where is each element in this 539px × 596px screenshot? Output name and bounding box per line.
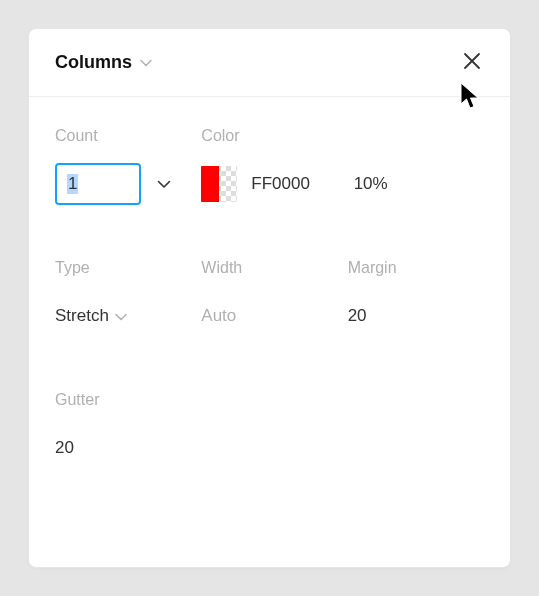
gutter-input[interactable]: 20	[55, 427, 191, 469]
panel-header: Columns	[29, 29, 510, 97]
count-label: Count	[55, 127, 191, 145]
color-opacity-value: 10%	[354, 174, 388, 194]
margin-input[interactable]: 20	[348, 295, 484, 337]
color-swatch-solid	[201, 166, 219, 202]
close-button[interactable]	[458, 47, 486, 78]
color-field: Color FF0000	[201, 127, 337, 205]
count-input[interactable]: 1	[55, 163, 141, 205]
count-field: Count 1	[55, 127, 191, 205]
chevron-down-icon	[140, 59, 152, 67]
chevron-down-icon	[115, 306, 127, 326]
panel-title-dropdown[interactable]: Columns	[55, 52, 152, 73]
color-hex-value: FF0000	[251, 174, 310, 194]
margin-field: Margin 20	[348, 259, 484, 337]
close-icon	[462, 51, 482, 74]
chevron-down-icon	[157, 175, 171, 193]
type-value: Stretch	[55, 306, 109, 326]
gutter-value: 20	[55, 438, 74, 458]
gutter-label: Gutter	[55, 391, 191, 409]
count-dropdown-button[interactable]	[153, 171, 175, 197]
color-swatch	[201, 166, 237, 202]
panel-title: Columns	[55, 52, 132, 73]
margin-label: Margin	[348, 259, 484, 277]
color-opacity-spacer	[348, 127, 484, 145]
width-value: Auto	[201, 295, 337, 337]
type-dropdown[interactable]: Stretch	[55, 306, 127, 326]
width-label: Width	[201, 259, 337, 277]
color-opacity-field: 10%	[348, 127, 484, 205]
margin-value: 20	[348, 306, 367, 326]
color-picker[interactable]: FF0000	[201, 163, 337, 205]
type-field: Type Stretch	[55, 259, 191, 337]
columns-panel: Columns Count 1	[28, 28, 511, 568]
color-opacity-input[interactable]: 10%	[348, 163, 484, 205]
gutter-field: Gutter 20	[55, 391, 191, 469]
panel-body: Count 1 Color	[29, 97, 510, 489]
type-label: Type	[55, 259, 191, 277]
count-value: 1	[67, 174, 78, 194]
color-label: Color	[201, 127, 337, 145]
width-field: Width Auto	[201, 259, 337, 337]
